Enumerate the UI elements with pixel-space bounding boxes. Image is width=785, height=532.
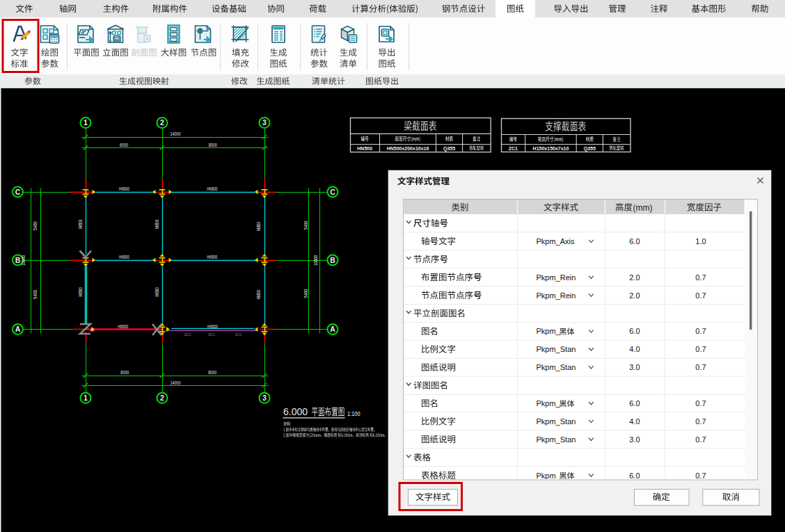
svg-text:6.0: 6.0 — [629, 399, 640, 408]
svg-text:1:100: 1:100 — [347, 410, 360, 417]
svg-text:HN500: HN500 — [256, 222, 261, 231]
svg-text:1.0: 1.0 — [695, 237, 706, 245]
svg-text:H150x150x7x10: H150x150x7x10 — [533, 146, 569, 151]
svg-text:ZC1: ZC1 — [235, 332, 242, 337]
svg-text:Q355: Q355 — [584, 146, 596, 152]
svg-text:6.0: 6.0 — [629, 327, 640, 335]
svg-text:HN500: HN500 — [119, 255, 129, 259]
svg-text:ZC1: ZC1 — [184, 332, 191, 337]
svg-text:4.0: 4.0 — [629, 345, 640, 353]
svg-text:3.0: 3.0 — [629, 363, 640, 371]
svg-text:HN500: HN500 — [357, 146, 372, 151]
svg-text:6.000: 6.000 — [283, 405, 308, 417]
svg-text:B: B — [15, 256, 21, 264]
svg-text:ZC1: ZC1 — [509, 146, 518, 151]
svg-text:5400: 5400 — [303, 220, 308, 229]
svg-text:HN500: HN500 — [119, 186, 129, 191]
svg-text:HN500x200x10x16: HN500x200x10x16 — [387, 146, 429, 151]
svg-text:0.7: 0.7 — [695, 417, 706, 426]
svg-text:0.7: 0.7 — [695, 327, 706, 335]
svg-text:2: 2 — [160, 394, 164, 402]
svg-text:A: A — [330, 325, 335, 333]
svg-text:HN500: HN500 — [207, 255, 218, 259]
svg-text:2.0: 2.0 — [629, 273, 640, 282]
svg-text:3: 3 — [262, 118, 267, 127]
svg-text:5400: 5400 — [33, 290, 38, 299]
svg-text:Pkpm_Stan: Pkpm_Stan — [537, 435, 576, 444]
svg-text:C: C — [15, 188, 21, 196]
svg-text:3.0: 3.0 — [629, 435, 640, 444]
svg-text:2.0: 2.0 — [629, 291, 640, 300]
svg-text:8000: 8000 — [209, 143, 217, 147]
svg-text:(mm): (mm) — [633, 203, 653, 213]
svg-text:2: 2 — [160, 118, 164, 127]
svg-text:0.7: 0.7 — [695, 399, 706, 408]
svg-text:ZC1: ZC1 — [208, 332, 215, 337]
svg-text:HN500: HN500 — [256, 290, 261, 299]
svg-text:8000: 8000 — [208, 370, 216, 375]
svg-text:HN500: HN500 — [78, 287, 83, 296]
svg-text:10800: 10800 — [21, 255, 26, 266]
svg-text:0.7: 0.7 — [695, 435, 706, 444]
svg-text:0.7: 0.7 — [695, 273, 706, 282]
svg-text:HN500: HN500 — [207, 324, 218, 329]
svg-text:Pkpm_: Pkpm_ — [537, 327, 561, 335]
svg-text:HN500: HN500 — [78, 220, 83, 229]
svg-text:0.7: 0.7 — [695, 363, 706, 371]
svg-text:14000: 14000 — [171, 131, 181, 136]
svg-text:14000: 14000 — [171, 380, 181, 385]
svg-text:6.0: 6.0 — [629, 471, 640, 480]
svg-text:HN500: HN500 — [118, 324, 128, 329]
svg-text:1: 1 — [84, 118, 88, 127]
svg-text:Q355: Q355 — [443, 146, 455, 152]
svg-text:6000: 6000 — [120, 370, 129, 375]
svg-text:4.0: 4.0 — [629, 417, 640, 426]
svg-text:Pkpm_Axis: Pkpm_Axis — [537, 237, 576, 245]
svg-text:HN500: HN500 — [154, 220, 159, 229]
svg-text:Pkpm_: Pkpm_ — [537, 471, 561, 480]
svg-text:Pkpm_Rein: Pkpm_Rein — [537, 291, 576, 300]
svg-text:10800: 10800 — [313, 255, 318, 266]
svg-text:A: A — [15, 325, 21, 333]
svg-text:5400: 5400 — [303, 289, 308, 298]
svg-text:Pkpm_Stan: Pkpm_Stan — [537, 345, 576, 353]
svg-text:Pkpm_Rein: Pkpm_Rein — [537, 273, 576, 282]
svg-text:Pkpm_Stan: Pkpm_Stan — [537, 363, 576, 371]
svg-text:B: B — [330, 256, 335, 264]
svg-text:Pkpm_: Pkpm_ — [537, 399, 561, 408]
svg-text:3: 3 — [262, 394, 267, 402]
svg-text:5400: 5400 — [33, 221, 38, 230]
svg-text:6000: 6000 — [120, 143, 128, 147]
svg-text:C: C — [330, 188, 335, 196]
svg-text:1: 1 — [84, 394, 88, 402]
svg-text:HN500: HN500 — [207, 186, 218, 191]
svg-text:0.7: 0.7 — [695, 471, 706, 480]
svg-text:Pkpm_Stan: Pkpm_Stan — [537, 417, 576, 426]
svg-text:0.7: 0.7 — [695, 291, 706, 300]
svg-text:6.0: 6.0 — [629, 237, 640, 245]
svg-text:HN500: HN500 — [154, 287, 159, 296]
svg-text:0.7: 0.7 — [695, 345, 706, 353]
